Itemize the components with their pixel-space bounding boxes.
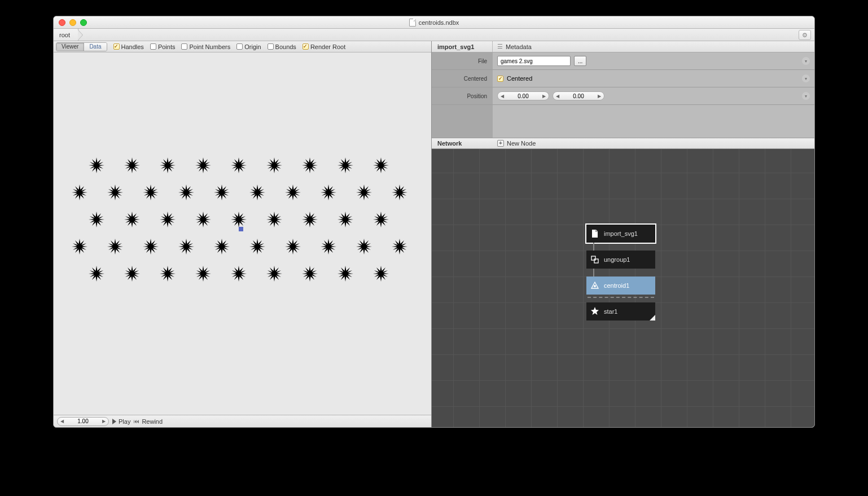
check-origin[interactable]: Origin xyxy=(236,43,261,50)
rewind-icon: ⏮ xyxy=(134,418,139,424)
node-label: centroid1 xyxy=(604,282,629,289)
chevron-right-icon[interactable]: ▶ xyxy=(99,419,108,424)
svg-rect-1 xyxy=(594,259,598,263)
centroid-icon xyxy=(590,280,600,291)
breadcrumb-root-label: root xyxy=(59,32,70,38)
file-field[interactable] xyxy=(497,56,571,66)
node-import-svg1[interactable]: import_svg1 xyxy=(586,225,655,243)
metadata-button[interactable]: ☰ Metadata xyxy=(493,43,536,50)
param-menu-icon[interactable]: ▾ xyxy=(802,92,810,100)
gear-icon: ⚙ xyxy=(802,32,808,39)
browse-button[interactable]: ... xyxy=(574,56,586,66)
tab-data[interactable]: Data xyxy=(84,43,106,51)
side-pane: import_svg1 ☰ Metadata File ... ▾ Center… xyxy=(432,41,814,427)
play-bar: ◀ 1.00 ▶ Play ⏮Rewind xyxy=(54,415,431,427)
node-connection xyxy=(593,243,594,251)
param-menu-icon[interactable]: ▾ xyxy=(802,57,810,65)
check-points[interactable]: Points xyxy=(150,43,176,50)
checkbox-icon xyxy=(150,43,156,50)
checkbox-icon xyxy=(236,43,243,50)
check-bounds[interactable]: Bounds xyxy=(268,43,296,50)
window-title-text: centroids.ndbx xyxy=(419,19,459,26)
network-header: Network + New Node xyxy=(432,138,814,149)
position-y-spinner[interactable]: ◀0.00▶ xyxy=(553,91,604,100)
metadata-icon: ☰ xyxy=(497,43,503,50)
main-split: Viewer Data Handles Points Point Numbers… xyxy=(54,41,814,427)
ungroup-icon xyxy=(590,254,600,265)
parameter-panel: File ... ▾ Centered Centered ▾ xyxy=(432,52,814,138)
plus-icon: + xyxy=(497,140,504,147)
param-spacer xyxy=(432,105,814,138)
param-row-position: Position ◀0.00▶ ◀0.00▶ ▾ xyxy=(432,87,814,105)
checkbox-icon[interactable] xyxy=(497,76,503,82)
svg-rect-0 xyxy=(591,256,595,260)
node-label: import_svg1 xyxy=(604,230,638,237)
play-icon xyxy=(112,419,116,424)
rewind-button[interactable]: ⏮Rewind xyxy=(134,418,163,425)
tab-viewer[interactable]: Viewer xyxy=(56,43,84,51)
check-handles[interactable]: Handles xyxy=(113,43,144,50)
network-canvas[interactable]: import_svg1 ungroup1 centroid1 star1 xyxy=(432,149,814,427)
param-label: Position xyxy=(432,93,493,99)
breadcrumb-root[interactable]: root xyxy=(54,29,78,41)
window-title: centroids.ndbx xyxy=(54,19,814,27)
chevron-left-icon[interactable]: ◀ xyxy=(58,419,67,424)
node-ungroup1[interactable]: ungroup1 xyxy=(586,251,655,269)
check-render-root[interactable]: Render Root xyxy=(303,43,345,50)
chevron-right-icon[interactable]: ▶ xyxy=(595,94,604,99)
star-icon xyxy=(590,306,600,317)
viewer-mode-segment: Viewer Data xyxy=(56,42,107,51)
node-star1[interactable]: star1 xyxy=(586,302,655,321)
checkbox-icon xyxy=(268,43,274,50)
rendered-output xyxy=(89,157,407,293)
file-icon xyxy=(590,229,600,239)
node-label: ungroup1 xyxy=(604,256,630,263)
chevron-right-icon[interactable]: ▶ xyxy=(540,94,549,99)
inspector-header: import_svg1 ☰ Metadata xyxy=(432,41,814,52)
svg-point-2 xyxy=(594,286,596,287)
new-node-button[interactable]: + New Node xyxy=(493,140,540,147)
document-icon xyxy=(409,19,416,27)
selected-node-label: import_svg1 xyxy=(432,41,493,52)
check-point-numbers[interactable]: Point Numbers xyxy=(181,43,230,50)
origin-handle[interactable] xyxy=(239,227,243,231)
centered-text: Centered xyxy=(507,75,532,82)
app-window: centroids.ndbx root ⚙ Viewer Data Handle… xyxy=(53,16,815,428)
node-centroid1[interactable]: centroid1 xyxy=(586,276,655,295)
node-connection-dashed xyxy=(588,297,654,298)
checkbox-icon xyxy=(181,43,187,50)
network-label: Network xyxy=(432,140,493,147)
frame-spinner[interactable]: ◀ 1.00 ▶ xyxy=(57,417,109,426)
titlebar: centroids.ndbx xyxy=(54,16,814,29)
node-connection xyxy=(593,269,594,276)
viewer-canvas[interactable] xyxy=(54,52,431,415)
node-label: star1 xyxy=(604,308,617,315)
checkbox-icon xyxy=(113,43,120,50)
play-button[interactable]: Play xyxy=(112,418,130,425)
breadcrumb-bar: root ⚙ xyxy=(54,29,814,41)
chevron-left-icon[interactable]: ◀ xyxy=(553,94,562,99)
checkbox-icon xyxy=(303,43,309,50)
viewer-pane: Viewer Data Handles Points Point Numbers… xyxy=(54,41,432,427)
breadcrumb-menu-button[interactable]: ⚙ xyxy=(799,30,811,40)
param-label: Centered xyxy=(432,76,493,82)
param-row-file: File ... ▾ xyxy=(432,52,814,70)
chevron-left-icon[interactable]: ◀ xyxy=(498,94,507,99)
frame-value[interactable]: 1.00 xyxy=(67,418,99,424)
param-menu-icon[interactable]: ▾ xyxy=(802,74,810,82)
param-label: File xyxy=(432,58,493,64)
viewer-toolbar: Viewer Data Handles Points Point Numbers… xyxy=(54,41,431,52)
param-row-centered: Centered Centered ▾ xyxy=(432,70,814,87)
position-x-spinner[interactable]: ◀0.00▶ xyxy=(497,91,549,100)
